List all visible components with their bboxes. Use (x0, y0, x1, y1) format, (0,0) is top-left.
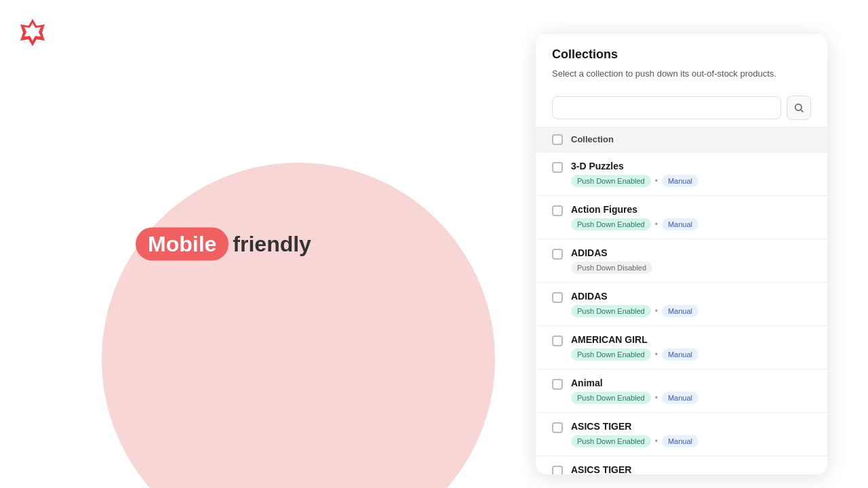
list-item: ADIDAS Push Down Enabled•Manual (536, 283, 827, 326)
item-name: Action Figures (571, 204, 811, 215)
item-content: Action Figures Push Down Enabled•Manual (571, 204, 811, 230)
item-content: AMERICAN GIRL Push Down Enabled•Manual (571, 334, 811, 361)
item-checkbox-0[interactable] (552, 162, 563, 173)
badge-dot: • (655, 176, 658, 186)
mode-badge: Manual (662, 175, 698, 187)
list-item: ASICS TIGER Push Down Enabled•Manual (536, 456, 827, 475)
item-badges: Push Down Disabled (571, 262, 811, 274)
search-icon (793, 102, 804, 113)
mode-badge: Manual (662, 218, 698, 230)
mode-badge: Manual (662, 305, 698, 317)
status-badge: Push Down Enabled (571, 305, 651, 317)
list-item: Animal Push Down Enabled•Manual (536, 369, 827, 413)
collection-list: 3-D Puzzles Push Down Enabled•Manual Act… (536, 152, 827, 475)
item-checkbox-6[interactable] (552, 422, 563, 433)
list-item: ASICS TIGER Push Down Enabled•Manual (536, 413, 827, 456)
item-checkbox-1[interactable] (552, 205, 563, 216)
item-name: 3-D Puzzles (571, 161, 811, 171)
item-content: ADIDAS Push Down Enabled•Manual (571, 291, 811, 317)
badge-dot: • (655, 393, 658, 403)
search-button[interactable] (787, 96, 811, 120)
table-header-label: Collection (571, 134, 614, 144)
item-name: ADIDAS (571, 247, 811, 258)
item-checkbox-2[interactable] (552, 249, 563, 260)
item-name: ADIDAS (571, 291, 811, 302)
list-item: ADIDAS Push Down Disabled (536, 239, 827, 283)
status-badge: Push Down Enabled (571, 435, 651, 447)
panel-header: Collections Select a collection to push … (536, 34, 827, 89)
list-item: Action Figures Push Down Enabled•Manual (536, 196, 827, 239)
search-input-wrapper (552, 96, 781, 119)
collections-panel: Collections Select a collection to push … (536, 34, 827, 474)
badge-dot: • (655, 306, 658, 316)
item-content: ADIDAS Push Down Disabled (571, 247, 811, 274)
item-badges: Push Down Enabled•Manual (571, 435, 811, 447)
header-checkbox[interactable] (552, 134, 563, 145)
item-name: ASICS TIGER (571, 464, 811, 475)
item-badges: Push Down Enabled•Manual (571, 348, 811, 361)
panel-title: Collections (552, 47, 811, 62)
headline-mobile: Mobile (136, 228, 229, 261)
item-badges: Push Down Enabled•Manual (571, 175, 811, 187)
item-name: ASICS TIGER (571, 421, 811, 432)
search-bar (536, 89, 827, 127)
status-badge: Push Down Enabled (571, 392, 651, 404)
item-checkbox-5[interactable] (552, 379, 563, 390)
item-badges: Push Down Enabled•Manual (571, 218, 811, 230)
mode-badge: Manual (662, 392, 698, 404)
table-header: Collection (536, 127, 827, 152)
item-content: Animal Push Down Enabled•Manual (571, 378, 811, 404)
item-content: ASICS TIGER Push Down Enabled•Manual (571, 464, 811, 475)
item-content: 3-D Puzzles Push Down Enabled•Manual (571, 161, 811, 187)
app-logo (16, 16, 49, 52)
status-badge: Push Down Enabled (571, 175, 651, 187)
item-badges: Push Down Enabled•Manual (571, 305, 811, 317)
headline-friendly: friendly (233, 232, 311, 257)
headline: Mobile friendly (136, 228, 311, 261)
mode-badge: Manual (662, 435, 698, 447)
mode-badge: Manual (662, 348, 698, 361)
item-badges: Push Down Enabled•Manual (571, 392, 811, 404)
item-checkbox-7[interactable] (552, 466, 563, 475)
status-badge: Push Down Enabled (571, 348, 651, 361)
badge-dot: • (655, 436, 658, 446)
badge-dot: • (655, 350, 658, 359)
panel-description: Select a collection to push down its out… (552, 67, 811, 81)
badge-dot: • (655, 220, 658, 229)
search-input[interactable] (552, 96, 781, 119)
item-content: ASICS TIGER Push Down Enabled•Manual (571, 421, 811, 447)
item-name: AMERICAN GIRL (571, 334, 811, 345)
list-item: AMERICAN GIRL Push Down Enabled•Manual (536, 326, 827, 369)
item-name: Animal (571, 378, 811, 388)
item-checkbox-4[interactable] (552, 336, 563, 346)
status-badge: Push Down Enabled (571, 218, 651, 230)
svg-line-3 (801, 110, 803, 112)
item-checkbox-3[interactable] (552, 292, 563, 303)
background-blob (102, 163, 495, 488)
status-badge: Push Down Disabled (571, 262, 652, 274)
list-item: 3-D Puzzles Push Down Enabled•Manual (536, 152, 827, 196)
